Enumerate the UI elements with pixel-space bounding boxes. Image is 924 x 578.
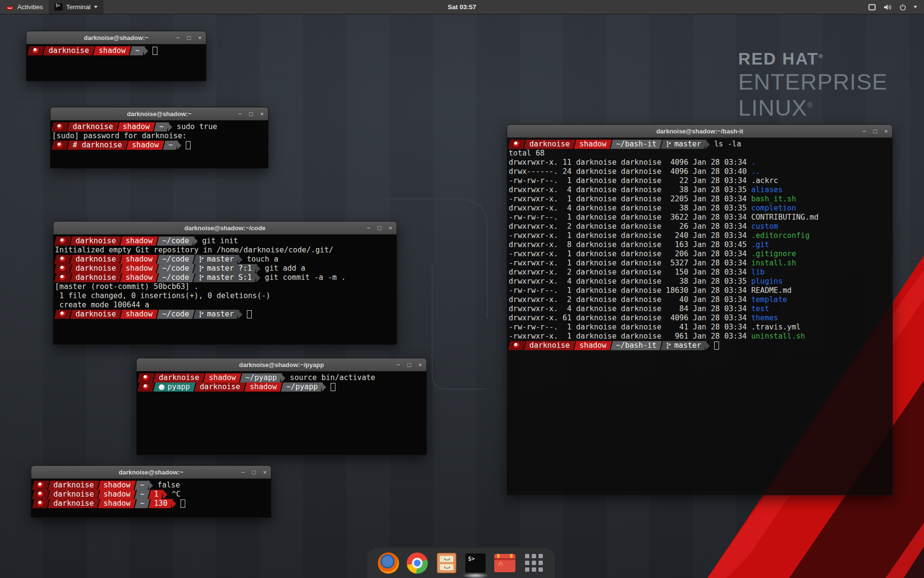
prompt-segment-text: 1: [154, 490, 158, 499]
ls-entry-name: completion: [751, 204, 796, 213]
terminal-content[interactable]: darknoiseshadow~: [26, 44, 206, 81]
prompt-segment-text: master: [674, 341, 701, 350]
maximize-button[interactable]: □: [249, 111, 253, 117]
terminal-window-bash-it: darknoise@shadow:~/bash-it − □ × darknoi…: [507, 124, 893, 495]
terminal-content[interactable]: darknoiseshadow~/pyappsource bin/activat…: [137, 371, 426, 455]
close-button[interactable]: ×: [388, 225, 392, 231]
terminal-line: darknoiseshadow~/codegit init: [55, 236, 395, 246]
window-title: darknoise@shadow:~: [127, 110, 192, 118]
prompt-segment-text: ~/code: [162, 264, 189, 273]
title-bar[interactable]: darknoise@shadow:~ − □ ×: [51, 107, 268, 120]
prompt-segment-text: ~/pyapp: [245, 373, 277, 382]
title-bar[interactable]: darknoise@shadow:~ − □ ×: [26, 31, 206, 44]
prompt-segment-content: ~: [168, 141, 173, 150]
prompt-segment-venv: pyapp: [154, 382, 195, 392]
terminal-output-text: 1 file changed, 0 insertions(+), 0 delet…: [55, 291, 270, 301]
power-icon[interactable]: [899, 3, 907, 11]
terminal-line: darknoiseshadow~false: [33, 481, 270, 490]
git-branch-icon: [199, 256, 204, 263]
prompt-segment-content: shadow: [126, 255, 153, 264]
distro-logo-icon: [143, 375, 149, 381]
terminal-line: [master (root-commit) 50bcb63] .: [55, 282, 395, 291]
prompt-segment-content: master: [666, 140, 701, 149]
terminal-cursor[interactable]: [186, 141, 191, 149]
prompt-segment-content: 1: [154, 490, 158, 499]
terminal-line: darknoiseshadow~/codemaster ?:1git add a: [55, 264, 395, 273]
system-menu-chevron-icon[interactable]: [913, 6, 917, 8]
terminal-cursor[interactable]: [153, 47, 157, 55]
distro-logo-icon: [60, 311, 66, 317]
ls-entry-name: .ackrc: [751, 176, 778, 185]
ls-entry-details: -rw-rw-r--. 1 darknoise darknoise 3622 J…: [509, 213, 751, 222]
dock: $>: [367, 548, 555, 578]
terminal-content[interactable]: darknoiseshadow~falsedarknoiseshadow~1^C…: [31, 479, 271, 517]
prompt-segment-content: master S:1: [199, 273, 252, 282]
prompt-segment-text: master: [674, 140, 701, 149]
minimize-button[interactable]: −: [238, 111, 242, 117]
prompt-segment-text: darknoise: [529, 140, 570, 149]
maximize-button[interactable]: □: [873, 128, 877, 134]
prompt-segment-user: darknoise: [70, 273, 122, 282]
app-menu-terminal[interactable]: $> Terminal: [49, 0, 103, 14]
close-button[interactable]: ×: [260, 111, 264, 117]
dock-terminal-icon[interactable]: $>: [464, 552, 487, 574]
title-bar[interactable]: darknoise@shadow:~/bash-it − □ ×: [507, 125, 892, 138]
title-bar[interactable]: darknoise@shadow:~/pyapp − □ ×: [137, 358, 426, 371]
prompt-segment-content: master: [199, 310, 234, 319]
terminal-cursor[interactable]: [331, 383, 335, 391]
close-button[interactable]: ×: [263, 469, 267, 475]
maximize-button[interactable]: □: [378, 225, 382, 231]
title-bar[interactable]: darknoise@shadow:~/code − □ ×: [53, 222, 397, 235]
title-bar[interactable]: darknoise@shadow:~ − □ ×: [31, 466, 271, 479]
minimize-button[interactable]: −: [176, 35, 180, 41]
maximize-button[interactable]: □: [408, 362, 411, 368]
terminal-line: -rw-rw-r--. 1 darknoise darknoise 18630 …: [509, 286, 891, 295]
minimize-button[interactable]: −: [367, 225, 371, 231]
prompt-segment-host: shadow: [204, 373, 242, 382]
prompt-arrow-icon: [163, 490, 167, 499]
terminal-content[interactable]: darknoiseshadow~/codegit initInitialized…: [53, 235, 397, 344]
display-icon[interactable]: [868, 3, 876, 11]
dock-files-icon[interactable]: [436, 552, 458, 574]
prompt-segment-text: shadow: [250, 382, 277, 392]
volume-icon[interactable]: [883, 3, 892, 11]
minimize-button[interactable]: −: [862, 128, 866, 134]
dock-app-grid-icon[interactable]: [523, 552, 545, 574]
close-button[interactable]: ×: [198, 35, 202, 41]
terminal-content[interactable]: darknoiseshadow~/bash-itmasterls -latota…: [507, 138, 892, 495]
terminal-cursor[interactable]: [714, 342, 719, 350]
minimize-button[interactable]: −: [241, 469, 245, 475]
prompt-segment-text: ~/code: [162, 236, 189, 246]
prompt-segment-icon: [138, 373, 155, 382]
dock-firefox-icon[interactable]: [377, 552, 399, 574]
prompt-segment-content: ~: [159, 122, 164, 131]
prompt-segment-user: # darknoise: [67, 141, 128, 150]
command-text: git add a: [265, 264, 305, 273]
maximize-button[interactable]: □: [187, 35, 191, 41]
minimize-button[interactable]: −: [397, 362, 400, 368]
prompt-segment-content: darknoise: [76, 264, 116, 273]
terminal-content[interactable]: darknoiseshadow~sudo true[sudo] password…: [51, 120, 268, 168]
close-button[interactable]: ×: [418, 362, 422, 368]
dock-toolbox-icon[interactable]: [494, 552, 516, 574]
terminal-window-pyapp: darknoise@shadow:~/pyapp − □ × darknoise…: [136, 358, 427, 455]
terminal-cursor[interactable]: [180, 499, 185, 508]
activities-button[interactable]: Activities: [0, 0, 49, 14]
clock[interactable]: Sat 03:57: [448, 3, 476, 11]
git-branch-icon: [199, 265, 204, 272]
close-button[interactable]: ×: [884, 128, 888, 134]
maximize-button[interactable]: □: [252, 469, 256, 475]
prompt-segment-icon: [138, 382, 155, 392]
prompt-segment-text: darknoise: [200, 382, 240, 392]
prompt-segment-text: shadow: [579, 341, 606, 350]
rhel-branding: RED HAT® ENTERPRISE LINUX®: [738, 50, 887, 119]
terminal-line: darknoiseshadow~130: [33, 499, 270, 508]
terminal-cursor[interactable]: [247, 310, 252, 318]
ls-entry-name: ..: [751, 167, 760, 176]
prompt-segment-text: pyapp: [167, 382, 190, 392]
ls-entry-details: -rw-rw-r--. 1 darknoise darknoise 18630 …: [509, 286, 751, 295]
prompt-segment-user: darknoise: [48, 490, 100, 499]
dock-chrome-icon[interactable]: [406, 552, 428, 574]
prompt-segment-content: [38, 499, 44, 508]
terminal-line: drwxrwxr-x. 8 darknoise darknoise 163 Ja…: [509, 240, 891, 250]
